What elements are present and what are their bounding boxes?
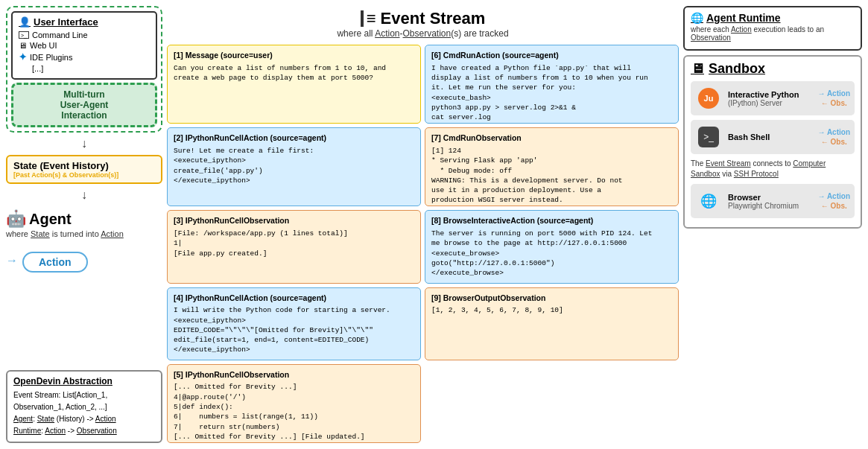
event-card-3: [3] IPythonRunCellObservation [File: /wo… — [167, 210, 421, 283]
event-card-7: [7] CmdRunObservation [1] 124 * Serving … — [425, 127, 679, 206]
bash-icon: >_ — [695, 124, 722, 150]
event-card-2: [2] IPythonRunCellAction (source=agent) … — [167, 127, 421, 206]
event-stream-header: ≡ Event Stream where all Action-Observat… — [167, 6, 679, 42]
sandbox-item-bash: >_ Bash Shell → Action ← Obs. — [691, 120, 855, 154]
runtime-title: 🌐 Agent Runtime — [691, 12, 855, 24]
jupyter-icon: Ju — [695, 85, 722, 112]
event-card-9: [9] BrowserOutputObservation [1, 2, 3, 4… — [425, 287, 679, 360]
list-item: ✦ IDE Plugins — [19, 51, 150, 63]
left-panel: 👤 User Interface >_ Command Line 🖥 Web U… — [6, 6, 162, 443]
state-box: State (Event History) [Past Action(s) & … — [6, 155, 162, 184]
obs-arrow-browser: ← Obs. — [821, 202, 847, 210]
ui-items-list: >_ Command Line 🖥 Web UI ✦ IDE Plugins [… — [19, 31, 150, 73]
right-panel: 🌐 Agent Runtime where each Action execut… — [683, 6, 862, 443]
event-card-4: [4] IPythonRunCellAction (source=agent) … — [167, 287, 421, 360]
state-title: State (Event History) — [13, 160, 155, 171]
runtime-desc: where each Action execution leads to an … — [691, 25, 855, 42]
center-panel: ≡ Event Stream where all Action-Observat… — [167, 6, 679, 443]
opendevin-items: Event Stream: List[Action_1, Observation… — [13, 389, 155, 437]
obs-arrow-ipython: ← Obs. — [821, 99, 847, 107]
agent-runtime-box: 🌐 Agent Runtime where each Action execut… — [683, 6, 862, 51]
list-item: [...] — [19, 64, 150, 73]
main-container: 👤 User Interface >_ Command Line 🖥 Web U… — [0, 0, 868, 449]
event-card-6: [6] CmdRunAction (source=agent) I have c… — [425, 45, 679, 124]
monitor-icon2: 🖥 — [691, 61, 704, 77]
action-arrow-ipython: → Action — [817, 89, 850, 98]
browser-icon: 🌐 — [695, 188, 722, 214]
sandbox-title: 🖥 Sandbox — [691, 61, 855, 77]
action-arrow-bash: → Action — [817, 128, 850, 136]
ipython-arrows: → Action ← Obs. — [817, 89, 850, 107]
arrow-down: ↓ — [6, 137, 162, 150]
action-badge: Action — [22, 252, 88, 273]
agent-title: 🤖 Agent — [6, 209, 72, 229]
globe-icon: 🌐 — [691, 12, 703, 24]
ssh-note: The Event Stream connects to Computer Sa… — [691, 159, 855, 179]
event-card-8: [8] BrowseInteractiveAction (source=agen… — [425, 210, 679, 283]
list-item: >_ Command Line — [19, 31, 150, 39]
stream-icon: ≡ — [361, 10, 376, 27]
sandbox-ipython-labels: Interactive Python (IPython) Server — [728, 90, 799, 107]
event-stream-subtitle: where all Action-Observation(s) are trac… — [167, 28, 679, 39]
events-grid: [1] Message (source=user) Can you create… — [167, 45, 679, 443]
agent-desc: where State is turned into Action — [6, 229, 124, 240]
opendevin-box: OpenDevin Abstraction Event Stream: List… — [6, 370, 162, 443]
multi-turn-box: Multi-turn User-Agent Interaction — [11, 83, 157, 127]
event-stream-title: ≡ Event Stream — [167, 9, 679, 28]
arrow-right-action: → — [6, 254, 18, 267]
opendevin-title: OpenDevin Abstraction — [13, 376, 155, 386]
event-card-1: [1] Message (source=user) Can you create… — [167, 45, 421, 124]
sandbox-section: 🖥 Sandbox Ju Interactive Python (IPython… — [683, 55, 862, 229]
sandbox-browser-labels: Browser Playwright Chromium — [728, 193, 799, 210]
person-icon: 👤 — [19, 16, 31, 28]
monitor-icon: 🖥 — [19, 41, 27, 50]
agent-section: 🤖 Agent where State is turned into Actio… — [6, 206, 162, 243]
list-item: 🖥 Web UI — [19, 41, 150, 50]
terminal-icon: >_ — [19, 31, 29, 39]
sandbox-item-browser: 🌐 Browser Playwright Chromium → Action ←… — [691, 184, 855, 218]
sandbox-bash-labels: Bash Shell — [728, 133, 770, 141]
browser-arrows: → Action ← Obs. — [817, 192, 850, 210]
obs-arrow-bash: ← Obs. — [821, 138, 847, 146]
sandbox-item-ipython: Ju Interactive Python (IPython) Server →… — [691, 81, 855, 115]
arrow-down2: ↓ — [6, 188, 162, 202]
state-subtitle: [Past Action(s) & Observation(s)] — [13, 171, 155, 179]
bash-arrows: → Action ← Obs. — [817, 128, 850, 146]
action-arrow-browser: → Action — [817, 192, 850, 200]
event-card-5: [5] IPythonRunCellObservation [... Omitt… — [167, 364, 421, 443]
user-interface-title: 👤 User Interface — [19, 16, 150, 28]
robot-icon: 🤖 — [6, 209, 26, 229]
vscode-icon: ✦ — [19, 51, 27, 63]
